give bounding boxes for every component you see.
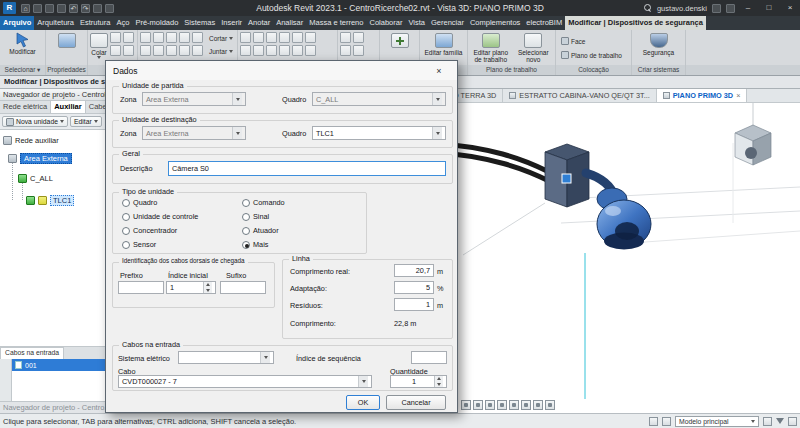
panel-label-propriedades[interactable]: Propriedades — [46, 65, 87, 75]
lock-view-icon[interactable] — [545, 400, 555, 410]
radio-mais[interactable]: Mais — [242, 240, 268, 249]
sync-icon[interactable] — [57, 4, 66, 13]
radio-sinal[interactable]: Sinal — [242, 212, 269, 221]
tree-item-c-all[interactable]: C_ALL — [18, 172, 53, 185]
close-view-icon[interactable]: × — [736, 91, 740, 100]
minimize-button[interactable]: – — [740, 0, 756, 16]
tab-arquitetura[interactable]: Arquitetura — [34, 16, 77, 30]
cables-in-tab[interactable]: Cabos na entrada — [0, 347, 64, 359]
tab-analisar[interactable]: Analisar — [273, 16, 306, 30]
comprimento-real-input[interactable]: 20,7 — [394, 264, 434, 277]
panel-label-plano[interactable]: Plano de trabalho — [468, 65, 555, 75]
sistema-eletrico-select[interactable] — [178, 351, 274, 364]
tree-item-area-externa[interactable]: Area Externa — [8, 152, 72, 165]
ribbon-tool-icon[interactable] — [240, 32, 251, 43]
search-icon[interactable] — [644, 4, 652, 12]
zona-destinacao-select[interactable]: Area Externa — [142, 126, 246, 140]
ribbon-tool-icon[interactable] — [305, 45, 316, 56]
app-store-icon[interactable] — [712, 4, 721, 13]
place-on-face-option[interactable]: Face — [558, 35, 625, 47]
indice-sequencia-input[interactable] — [411, 351, 447, 364]
ribbon-tool-icon[interactable] — [353, 32, 364, 43]
tab-auxiliar[interactable]: Auxiliar — [51, 101, 86, 113]
crop-region-icon[interactable] — [533, 400, 543, 410]
signed-in-user[interactable]: gustavo.denski — [657, 4, 707, 13]
properties-button[interactable] — [48, 32, 85, 49]
ribbon-tool-icon[interactable] — [192, 32, 203, 43]
ribbon-tool-icon[interactable] — [179, 32, 190, 43]
join-button[interactable]: Juntar — [206, 46, 236, 57]
tab-pre-moldado[interactable]: Pré-moldado — [132, 16, 181, 30]
ribbon-tool-icon[interactable] — [166, 45, 177, 56]
tree-item-tlc1[interactable]: TLC1 — [26, 194, 74, 207]
tab-aco[interactable]: Aço — [113, 16, 132, 30]
dialog-title-bar[interactable]: Dados × — [106, 61, 457, 80]
tab-arquivo[interactable]: Arquivo — [0, 16, 34, 30]
ribbon-tool-icon[interactable] — [292, 45, 303, 56]
visual-style-icon[interactable] — [485, 400, 495, 410]
ribbon-tool-icon[interactable] — [123, 32, 134, 43]
spinner-arrows[interactable] — [434, 376, 443, 387]
cancel-button[interactable]: Cancelar — [386, 395, 446, 410]
ribbon-tool-icon[interactable] — [253, 45, 264, 56]
home-icon[interactable] — [21, 4, 30, 13]
place-on-workplane-option[interactable]: Plano de trabalho — [558, 49, 625, 61]
pick-new-workplane-button[interactable]: Selecionar novo — [513, 32, 553, 63]
tab-estrutura[interactable]: Estrutura — [77, 16, 113, 30]
tab-gerenciar[interactable]: Gerenciar — [428, 16, 467, 30]
ribbon-tool-icon[interactable] — [340, 32, 351, 43]
ribbon-tool-icon[interactable] — [140, 32, 151, 43]
tab-electrobim[interactable]: electroBIM — [523, 16, 565, 30]
ribbon-tool-icon[interactable] — [110, 45, 121, 56]
view-tab-estratto-cabina[interactable]: ESTRATTO CABINA-VANO QE/QT 3T... — [503, 89, 656, 102]
maximize-button[interactable]: □ — [761, 0, 777, 16]
ribbon-tool-icon[interactable] — [305, 32, 316, 43]
view-tab-piano-primo[interactable]: PIANO PRIMO 3D × — [657, 89, 748, 102]
security-system-button[interactable]: Segurança — [639, 32, 679, 56]
radio-comando[interactable]: Comando — [242, 198, 285, 207]
ribbon-tool-icon[interactable] — [166, 32, 177, 43]
prefixo-input[interactable] — [118, 281, 164, 294]
cabo-select[interactable]: CVDT000027 - 7 — [118, 375, 372, 388]
print-icon[interactable] — [93, 4, 102, 13]
ribbon-tool-icon[interactable] — [140, 45, 151, 56]
ribbon-tool-icon[interactable] — [266, 45, 277, 56]
sun-path-icon[interactable] — [497, 400, 507, 410]
quadro-destinacao-select[interactable]: TLC1 — [312, 126, 446, 140]
design-options-icon[interactable] — [662, 417, 671, 426]
ribbon-tool-icon[interactable] — [353, 45, 364, 56]
new-unit-button[interactable]: Nova unidade — [2, 116, 68, 127]
edit-button[interactable]: Editar — [70, 116, 102, 127]
selection-grip[interactable] — [562, 174, 571, 183]
worksets-icon[interactable] — [649, 417, 658, 426]
ribbon-tool-icon[interactable] — [123, 45, 134, 56]
ribbon-tool-icon[interactable] — [192, 45, 203, 56]
secondary-camera-model[interactable] — [735, 103, 771, 165]
quantidade-stepper[interactable]: 1 — [390, 375, 447, 388]
indice-inicial-stepper[interactable]: 1 — [166, 281, 216, 294]
panel-label-selecionar[interactable]: Selecionar ▾ — [0, 65, 45, 75]
design-option-select[interactable]: Modelo principal — [675, 416, 759, 427]
tab-anotar[interactable]: Anotar — [245, 16, 273, 30]
panel-label-criar-sistemas[interactable]: Criar sistemas — [632, 65, 685, 75]
ribbon-tool-icon[interactable] — [279, 45, 290, 56]
crop-view-icon[interactable] — [521, 400, 531, 410]
tab-inserir[interactable]: Inserir — [218, 16, 245, 30]
modify-button[interactable]: Modificar — [3, 32, 43, 55]
ribbon-tool-icon[interactable] — [266, 32, 277, 43]
tab-complementos[interactable]: Complementos — [467, 16, 523, 30]
ribbon-tool-icon[interactable] — [153, 32, 164, 43]
ribbon-tool-icon[interactable] — [179, 45, 190, 56]
security-camera-model[interactable] — [431, 143, 651, 250]
paste-button[interactable]: Colar — [90, 32, 108, 59]
tab-vista[interactable]: Vista — [405, 16, 428, 30]
ribbon-tool-icon[interactable] — [292, 32, 303, 43]
undo-icon[interactable] — [69, 4, 78, 13]
radio-atuador[interactable]: Atuador — [242, 226, 279, 235]
detail-level-icon[interactable] — [473, 400, 483, 410]
spinner-arrows[interactable] — [203, 282, 212, 293]
open-icon[interactable] — [33, 4, 42, 13]
ribbon-tool-icon[interactable] — [253, 32, 264, 43]
sufixo-input[interactable] — [220, 281, 266, 294]
tab-sistemas[interactable]: Sistemas — [181, 16, 218, 30]
